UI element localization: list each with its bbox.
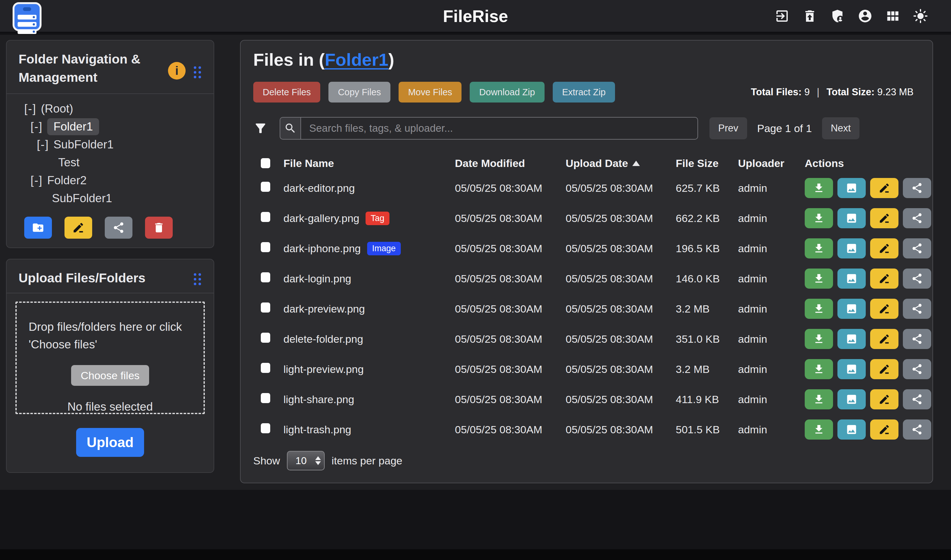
download-button[interactable] [805, 178, 833, 198]
edit-button[interactable] [870, 329, 899, 349]
row-checkbox[interactable] [261, 423, 270, 433]
download-zip-button[interactable]: Download Zip [470, 82, 544, 103]
preview-image-button[interactable] [837, 238, 866, 258]
folder-tree-item[interactable]: [-] (Root) [6, 100, 210, 118]
edit-button[interactable] [870, 269, 899, 289]
preview-image-button[interactable] [837, 269, 866, 289]
preview-image-button[interactable] [837, 389, 866, 409]
light-mode-icon[interactable] [912, 8, 928, 24]
folder-tree-item[interactable]: Test [6, 154, 210, 171]
preview-image-button[interactable] [837, 299, 866, 319]
items-per-page-select[interactable]: 10 [287, 451, 325, 471]
share-button[interactable] [903, 420, 931, 440]
row-checkbox[interactable] [261, 272, 270, 282]
tree-folder-label[interactable]: SubFolder1 [54, 138, 114, 151]
choose-files-button[interactable]: Choose files [71, 365, 149, 386]
tree-toggle[interactable]: [-] [31, 174, 43, 187]
edit-button[interactable] [870, 359, 899, 379]
tree-toggle[interactable]: [-] [24, 102, 37, 115]
download-button[interactable] [805, 238, 833, 258]
tree-folder-label[interactable]: SubFolder1 [52, 192, 112, 205]
drag-handle-icon[interactable] [194, 273, 201, 285]
column-header-uploader[interactable]: Uploader [738, 157, 805, 169]
row-checkbox[interactable] [261, 333, 270, 343]
download-button[interactable] [805, 299, 833, 319]
rename-folder-button[interactable] [65, 217, 92, 238]
folder-tree-item[interactable]: [-] SubFolder1 [6, 135, 210, 154]
edit-button[interactable] [870, 208, 899, 228]
upload-button[interactable]: Upload [76, 428, 144, 457]
share-button[interactable] [903, 329, 931, 349]
file-name-cell: dark-iphone.png Image [284, 242, 455, 255]
delete-files-button[interactable]: Delete Files [253, 82, 320, 103]
row-checkbox[interactable] [261, 212, 270, 222]
share-button[interactable] [903, 359, 931, 379]
current-folder-link[interactable]: Folder1 [325, 50, 388, 69]
download-button[interactable] [805, 208, 833, 228]
move-files-button[interactable]: Move Files [399, 82, 461, 103]
copy-files-button[interactable]: Copy Files [328, 82, 390, 103]
download-button[interactable] [805, 420, 833, 440]
tree-toggle[interactable]: [-] [37, 138, 49, 151]
edit-button[interactable] [870, 299, 899, 319]
share-button[interactable] [903, 269, 931, 289]
folder-tree-item[interactable]: [-] Folder2 [6, 171, 210, 189]
exit-login-icon[interactable] [774, 8, 790, 24]
select-all-checkbox[interactable] [261, 158, 270, 168]
share-button[interactable] [903, 299, 931, 319]
folder-tree-item[interactable]: [-] Folder1 [6, 118, 210, 135]
row-checkbox[interactable] [261, 363, 270, 373]
search-icon[interactable] [280, 117, 301, 140]
filter-icon[interactable] [253, 120, 269, 137]
file-badge: Tag [365, 212, 390, 225]
download-button[interactable] [805, 359, 833, 379]
next-page-button[interactable]: Next [822, 117, 860, 139]
preview-image-button[interactable] [837, 420, 866, 440]
column-header-date-modified[interactable]: Date Modified [455, 157, 566, 169]
share-icon [911, 363, 923, 375]
folder-tree-item[interactable]: SubFolder1 [6, 189, 210, 207]
edit-button[interactable] [870, 238, 899, 258]
search-input[interactable] [301, 117, 698, 140]
share-button[interactable] [903, 208, 931, 228]
share-folder-button[interactable] [105, 217, 133, 238]
preview-image-button[interactable] [837, 208, 866, 228]
download-button[interactable] [805, 329, 833, 349]
download-button[interactable] [805, 269, 833, 289]
preview-image-button[interactable] [837, 178, 866, 198]
edit-button[interactable] [870, 178, 899, 198]
download-button[interactable] [805, 389, 833, 409]
row-checkbox[interactable] [261, 303, 270, 312]
column-header-file-name[interactable]: File Name [284, 157, 455, 169]
delete-folder-button[interactable] [145, 217, 173, 238]
tree-folder-label[interactable]: Folder1 [47, 118, 99, 135]
prev-page-button[interactable]: Prev [709, 117, 747, 139]
grid-view-icon[interactable] [885, 8, 901, 24]
upload-dropzone[interactable]: Drop files/folders here or click 'Choose… [15, 302, 205, 414]
share-button[interactable] [903, 389, 931, 409]
restore-trash-icon[interactable] [802, 8, 818, 24]
drag-handle-icon[interactable] [194, 66, 201, 78]
column-header-upload-date[interactable]: Upload Date [566, 157, 676, 169]
tree-folder-label[interactable]: (Root) [41, 102, 73, 115]
tree-folder-label[interactable]: Test [58, 156, 80, 169]
share-button[interactable] [903, 178, 931, 198]
account-circle-icon[interactable] [857, 8, 873, 24]
file-name-cell: dark-login.png [284, 272, 455, 285]
create-folder-button[interactable] [24, 217, 52, 238]
preview-image-button[interactable] [837, 329, 866, 349]
row-actions [805, 420, 931, 440]
column-header-file-size[interactable]: File Size [676, 157, 738, 169]
edit-button[interactable] [870, 420, 899, 440]
share-button[interactable] [903, 238, 931, 258]
preview-image-button[interactable] [837, 359, 866, 379]
row-checkbox[interactable] [261, 393, 270, 403]
row-checkbox[interactable] [261, 242, 270, 252]
tree-folder-label[interactable]: Folder2 [47, 174, 86, 187]
tree-toggle[interactable]: [-] [31, 120, 43, 133]
info-icon[interactable]: i [168, 62, 186, 80]
admin-shield-icon[interactable] [829, 8, 845, 24]
extract-zip-button[interactable]: Extract Zip [553, 82, 615, 103]
edit-button[interactable] [870, 389, 899, 409]
row-checkbox[interactable] [261, 182, 270, 192]
